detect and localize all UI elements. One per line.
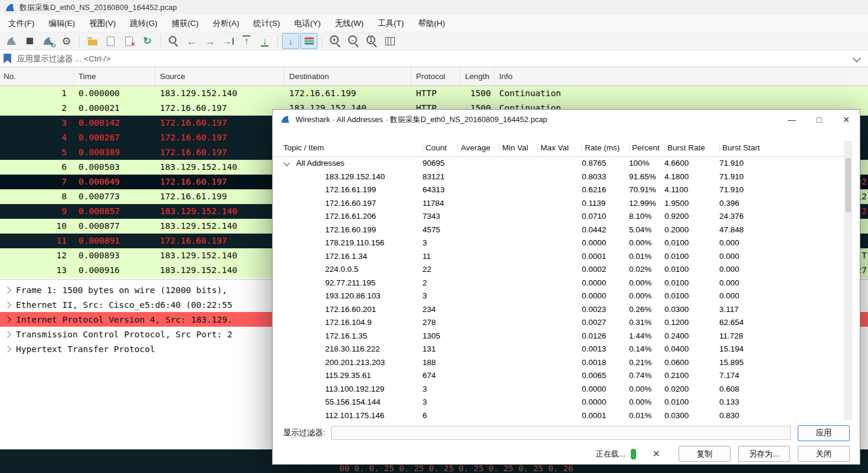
expand-chevron-icon[interactable] (4, 331, 11, 337)
scrollbar-thumb[interactable] (846, 158, 851, 212)
reload-icon[interactable] (139, 33, 156, 49)
expand-chevron-icon[interactable] (4, 346, 11, 352)
stats-row[interactable]: 172.16.61.206 7343 0.0710 8.10% 0.9200 2… (273, 210, 850, 224)
stats-row[interactable]: 92.77.211.195 2 0.0000 0.00% 0.0100 0.00… (273, 277, 850, 290)
stats-row[interactable]: 224.0.0.5 22 0.0002 0.02% 0.0100 0.000 (273, 263, 850, 277)
stats-column-header[interactable]: Rate (ms) (582, 143, 629, 153)
column-header[interactable]: Length (460, 67, 494, 86)
stats-row[interactable]: 172.16.61.199 64313 0.6216 70.91% 4.1100… (273, 183, 850, 197)
stats-percent: 12.99% (629, 197, 664, 211)
capture-options-icon[interactable] (58, 33, 75, 49)
stats-column-header[interactable]: Min Val (499, 143, 538, 153)
go-back-icon[interactable] (183, 33, 200, 49)
column-header[interactable]: Info (494, 67, 868, 86)
stats-row[interactable]: All Addresses 90695 0.8765 100% 4.6600 7… (273, 157, 850, 170)
filter-bar (0, 50, 868, 67)
stop-loading-icon[interactable]: ✕ (653, 448, 660, 459)
apply-button[interactable]: 应用 (798, 425, 850, 441)
stats-topic: 172.16.61.199 (281, 183, 422, 197)
goto-packet-icon[interactable] (220, 33, 237, 49)
menu-item[interactable]: 帮助(H) (411, 15, 452, 32)
start-capture-icon[interactable] (3, 33, 20, 49)
copy-button[interactable]: 复制 (679, 446, 731, 462)
filter-bookmark-icon[interactable] (4, 54, 11, 64)
column-header[interactable]: Time (74, 67, 155, 86)
stats-row[interactable]: 55.156.154.144 3 0.0000 0.00% 0.0100 0.1… (273, 396, 850, 409)
zoom-in-icon[interactable] (326, 33, 343, 49)
expand-chevron-icon[interactable] (4, 316, 11, 323)
stats-row[interactable]: 172.16.60.197 11784 0.1139 12.99% 1.9500… (273, 197, 850, 211)
menu-item[interactable]: 跳转(G) (123, 15, 165, 32)
column-header[interactable]: Destination (284, 67, 411, 86)
close-button[interactable]: 关闭 (798, 446, 850, 462)
dialog-scrollbar[interactable] (844, 141, 852, 420)
minimize-icon[interactable]: — (778, 110, 805, 129)
packet-row[interactable]: 1 0.000000 183.129.152.140 172.16.61.199… (0, 86, 868, 101)
stats-row[interactable]: 183.129.152.140 83121 0.8033 91.65% 4.18… (273, 170, 850, 184)
menu-item[interactable]: 文件(F) (1, 15, 41, 32)
toolbar-separator (277, 36, 278, 47)
column-header[interactable]: Source (155, 67, 284, 86)
packet-time: 0.000893 (74, 248, 155, 263)
autoscroll-icon[interactable] (282, 33, 299, 49)
menu-item[interactable]: 编辑(E) (41, 15, 82, 32)
stats-column-header[interactable]: Max Val (538, 143, 582, 153)
stats-row[interactable]: 172.16.1.35 1305 0.0126 1.44% 0.2400 11.… (273, 330, 850, 343)
stats-row[interactable]: 200.201.213.203 188 0.0018 0.21% 0.0600 … (273, 356, 850, 370)
expand-chevron-icon[interactable] (4, 287, 11, 293)
stats-topic: 172.16.60.197 (281, 197, 422, 211)
resize-columns-icon[interactable] (381, 33, 398, 49)
stop-capture-icon[interactable] (21, 33, 38, 49)
stats-burst-start: 3.117 (719, 303, 784, 317)
maximize-icon[interactable]: □ (805, 110, 833, 129)
restart-capture-icon[interactable] (40, 33, 57, 49)
stats-row[interactable]: 193.120.86.103 3 0.0000 0.00% 0.0100 0.0… (273, 290, 850, 303)
stats-count: 131 (422, 343, 458, 356)
stats-column-header[interactable]: Count (422, 143, 458, 153)
find-packet-icon[interactable] (165, 33, 182, 49)
save-as-button[interactable]: 另存为... (738, 446, 790, 462)
display-filter-input[interactable] (16, 54, 849, 64)
stats-column-header[interactable]: Topic / Item (281, 143, 422, 153)
stats-row[interactable]: 172.16.1.34 11 0.0001 0.01% 0.0100 0.000 (273, 250, 850, 264)
stats-column-header[interactable]: Percent (629, 143, 664, 153)
menu-item[interactable]: 捕获(C) (165, 15, 206, 32)
filter-dropdown-icon[interactable] (853, 54, 861, 63)
menu-item[interactable]: 电话(Y) (287, 15, 328, 32)
stats-row[interactable]: 113.100.192.129 3 0.0000 0.00% 0.0200 0.… (273, 383, 850, 396)
close-icon[interactable]: ✕ (833, 110, 860, 129)
column-header[interactable]: Protocol (411, 67, 460, 86)
dialog-filter-input[interactable] (331, 426, 791, 440)
stats-row[interactable]: 115.29.35.61 674 0.0065 0.74% 0.2100 7.1… (273, 369, 850, 383)
stats-row[interactable]: 172.16.60.201 234 0.0023 0.26% 0.0300 3.… (273, 303, 850, 317)
menu-item[interactable]: 无线(W) (328, 15, 371, 32)
save-file-icon[interactable] (102, 33, 119, 49)
stats-row[interactable]: 172.16.60.199 4575 0.0442 5.04% 0.2000 4… (273, 224, 850, 237)
go-forward-icon[interactable] (201, 33, 218, 49)
menu-item[interactable]: 视图(V) (82, 15, 123, 32)
stats-row[interactable]: 218.30.116.222 131 0.0013 0.14% 0.0400 1… (273, 343, 850, 356)
stats-column-header[interactable]: Burst Rate (664, 143, 719, 153)
column-header[interactable]: No. (0, 67, 74, 86)
stats-column-header[interactable]: Burst Start (719, 143, 784, 153)
menu-item[interactable]: 分析(A) (206, 15, 247, 32)
close-file-icon[interactable] (120, 33, 137, 49)
stats-topic: 178.219.110.156 (281, 236, 422, 250)
open-file-icon[interactable] (84, 33, 101, 49)
menu-item[interactable]: 统计(S) (247, 15, 287, 32)
colorize-icon[interactable] (300, 33, 317, 49)
zoom-original-icon[interactable] (363, 33, 380, 49)
go-bottom-icon[interactable] (256, 33, 273, 49)
stats-percent: 0.21% (629, 356, 664, 370)
zoom-out-icon[interactable] (345, 33, 362, 49)
stats-column-header[interactable]: Average (458, 143, 499, 153)
stats-max (538, 250, 582, 264)
menu-item[interactable]: 工具(T) (371, 15, 411, 32)
stats-row[interactable]: 172.16.104.9 278 0.0027 0.31% 0.1200 62.… (273, 316, 850, 330)
chevron-down-icon[interactable] (283, 159, 290, 166)
stats-row[interactable]: 178.219.110.156 3 0.0000 0.00% 0.0100 0.… (273, 236, 850, 250)
expand-chevron-icon[interactable] (4, 301, 11, 308)
stats-burst-start: 0.000 (719, 236, 784, 250)
go-top-icon[interactable] (238, 33, 255, 49)
stats-row[interactable]: 112.101.175.146 6 0.0001 0.01% 0.0300 0.… (273, 409, 850, 421)
